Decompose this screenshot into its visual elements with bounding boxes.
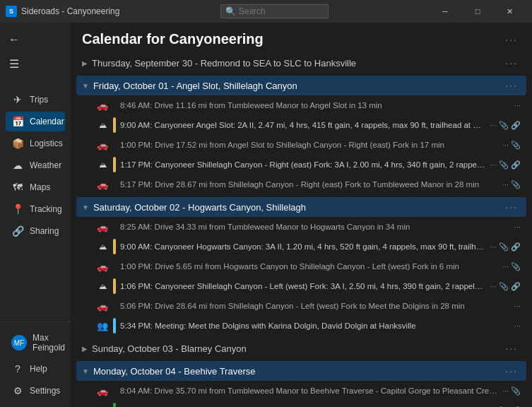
event-color-bar xyxy=(113,219,116,235)
event-actions[interactable]: ··· 📎 🔗 xyxy=(490,282,521,291)
event-actions[interactable]: ··· xyxy=(514,101,521,110)
event-text: 5:34 PM: Meeting: Meet the Dolgins with … xyxy=(120,322,510,330)
app-body: ← ☰ ✈ Trips 📅 Calendar 📦 Logistics ☁ Wea… xyxy=(0,23,532,407)
day-more-sat[interactable]: ··· xyxy=(502,201,521,213)
drive-icon: 🚗 xyxy=(96,260,109,273)
day-label-mon: Monday, October 04 - Beehive Traverse xyxy=(93,366,256,377)
event-actions[interactable]: ··· xyxy=(514,322,521,330)
event-text: 1:06 PM: Canyoneer Shillelagh Canyon - L… xyxy=(120,282,486,290)
sidebar-item-weather[interactable]: ☁ Weather xyxy=(6,155,65,175)
nav-back-button[interactable]: ← xyxy=(3,28,25,51)
event-color-bar xyxy=(113,98,116,113)
event-fri-5[interactable]: 🚗 5:17 PM: Drive 28.67 mi from Shillelag… xyxy=(76,175,526,194)
event-actions[interactable]: ··· 📎 🔗 xyxy=(490,242,521,252)
sidebar-nav: ✈ Trips 📅 Calendar 📦 Logistics ☁ Weather… xyxy=(0,78,71,322)
sidebar-item-sharing-label: Sharing xyxy=(30,226,59,236)
event-text: 8:46 AM: Drive 11.16 mi from Tumbleweed … xyxy=(120,101,510,110)
event-color-bar xyxy=(113,298,116,314)
chevron-down-icon-fri: ▼ xyxy=(82,82,89,90)
search-input[interactable] xyxy=(239,6,324,16)
day-header-sat[interactable]: ▼ Saturday, October 02 - Hogwarts Canyon… xyxy=(76,197,526,217)
help-icon: ? xyxy=(11,363,24,374)
search-box[interactable]: 🔍 xyxy=(220,4,329,18)
sidebar-item-tracking[interactable]: 📍 Tracking xyxy=(6,199,65,219)
drive-icon: 🚗 xyxy=(96,300,109,312)
chevron-down-icon-mon: ▼ xyxy=(82,367,89,375)
event-color-bar xyxy=(113,157,116,172)
day-label-fri: Friday, October 01 - Angel Slot, Shillel… xyxy=(93,81,297,91)
day-group-sun: ▶ Sunday, October 03 - Blarney Canyon ··… xyxy=(76,338,526,358)
day-group-fri: ▼ Friday, October 01 - Angel Slot, Shill… xyxy=(76,76,526,194)
day-group-thu: ▶ Thursday, September 30 - Redmond to SE… xyxy=(76,53,526,73)
day-more-sun[interactable]: ··· xyxy=(502,343,521,354)
sidebar-item-logistics[interactable]: 📦 Logistics xyxy=(6,134,65,153)
page-title: Calendar for Canyoneering xyxy=(82,31,264,47)
sidebar: ← ☰ ✈ Trips 📅 Calendar 📦 Logistics ☁ Wea… xyxy=(0,23,71,407)
event-actions[interactable]: ··· xyxy=(514,223,521,231)
event-sat-4[interactable]: ⛰ 1:06 PM: Canyoneer Shillelagh Canyon -… xyxy=(76,276,526,296)
event-text: 1:00 PM: Drive 5.65 mi from Hogwarts Can… xyxy=(120,262,498,271)
app-icon: S xyxy=(6,6,17,17)
sidebar-item-trips-label: Trips xyxy=(30,95,48,105)
day-header-mon[interactable]: ▼ Monday, October 04 - Beehive Traverse … xyxy=(76,361,526,381)
event-text: 1:17 PM: Canyoneer Shillelagh Canyon - R… xyxy=(120,160,486,169)
day-group-mon: ▼ Monday, October 04 - Beehive Traverse … xyxy=(76,361,526,407)
event-actions[interactable]: ··· 📎 xyxy=(502,141,521,150)
sidebar-item-sharing[interactable]: 🔗 Sharing xyxy=(6,221,65,241)
day-more-fri[interactable]: ··· xyxy=(502,80,521,91)
main-content: Calendar for Canyoneering ··· ▶ Thursday… xyxy=(71,23,532,407)
meeting-icon: 👥 xyxy=(96,319,109,332)
sidebar-item-settings-label: Settings xyxy=(30,386,60,396)
day-more-thu[interactable]: ··· xyxy=(502,57,521,69)
search-icon: 🔍 xyxy=(225,6,236,16)
day-label-thu: Thursday, September 30 - Redmond to SEA … xyxy=(92,58,356,69)
event-sat-1[interactable]: 🚗 8:25 AM: Drive 34.33 mi from Tumblewee… xyxy=(76,217,526,237)
event-text: 8:25 AM: Drive 34.33 mi from Tumbleweed … xyxy=(120,223,510,231)
day-header-sun[interactable]: ▶ Sunday, October 03 - Blarney Canyon ··… xyxy=(76,338,526,358)
sidebar-item-settings[interactable]: ⚙ Settings xyxy=(6,381,65,401)
sidebar-item-maps[interactable]: 🗺 Maps xyxy=(6,177,65,197)
event-text: 9:00 AM: Canyoneer Angel Slot: 2A II, 2.… xyxy=(120,121,486,129)
event-sat-6[interactable]: 👥 5:34 PM: Meeting: Meet the Dolgins wit… xyxy=(76,316,526,336)
sidebar-nav-top: ← ☰ xyxy=(0,23,71,78)
event-actions[interactable]: ··· xyxy=(514,302,521,310)
sidebar-item-calendar[interactable]: 📅 Calendar xyxy=(6,112,65,131)
event-fri-4[interactable]: ⛰ 1:17 PM: Canyoneer Shillelagh Canyon -… xyxy=(76,155,526,175)
window-controls: ─ □ ✕ xyxy=(429,0,526,23)
event-color-bar xyxy=(113,278,116,294)
event-color-bar xyxy=(113,318,116,334)
nav-menu-button[interactable]: ☰ xyxy=(3,52,25,75)
event-fri-3[interactable]: 🚗 1:00 PM: Drive 17.52 mi from Angel Slo… xyxy=(76,135,526,155)
event-actions[interactable]: ··· 📎 xyxy=(502,262,521,271)
event-fri-2[interactable]: ⛰ 9:00 AM: Canyoneer Angel Slot: 2A II, … xyxy=(76,115,526,135)
maximize-button[interactable]: □ xyxy=(461,0,494,23)
event-actions[interactable]: ··· 📎 xyxy=(502,387,521,396)
header-more-button[interactable]: ··· xyxy=(502,34,521,45)
event-mon-1[interactable]: 🚗 8:04 AM: Drive 35.70 mi from Tumblewee… xyxy=(76,381,526,401)
close-button[interactable]: ✕ xyxy=(494,0,526,23)
event-fri-1[interactable]: 🚗 8:46 AM: Drive 11.16 mi from Tumblewee… xyxy=(76,95,526,115)
sidebar-item-help[interactable]: ? Help xyxy=(6,359,65,379)
canyoneer-icon: ⛰ xyxy=(96,158,109,171)
event-actions[interactable]: ··· 📎 xyxy=(502,180,521,189)
minimize-button[interactable]: ─ xyxy=(429,0,461,23)
day-label-sat: Saturday, October 02 - Hogwarts Canyon, … xyxy=(93,202,306,213)
user-avatar: MF xyxy=(11,335,27,350)
sidebar-item-trips[interactable]: ✈ Trips xyxy=(6,90,65,110)
sidebar-item-weather-label: Weather xyxy=(30,160,61,170)
event-mon-2[interactable]: 🥾 9:00 AM: Hike Beehive Traverse - Capit… xyxy=(76,401,526,407)
sharing-icon: 🔗 xyxy=(11,225,24,237)
event-sat-5[interactable]: 🚗 5:06 PM: Drive 28.64 mi from Shillelag… xyxy=(76,296,526,316)
day-more-mon[interactable]: ··· xyxy=(502,365,521,377)
trips-icon: ✈ xyxy=(11,94,24,105)
day-header-thu[interactable]: ▶ Thursday, September 30 - Redmond to SE… xyxy=(76,53,526,73)
user-name: Max Feingold xyxy=(32,333,65,353)
event-sat-2[interactable]: ⛰ 9:00 AM: Canyoneer Hogwarts Canyon: 3A… xyxy=(76,237,526,256)
chevron-down-icon-sat: ▼ xyxy=(82,204,89,211)
event-actions[interactable]: ··· 📎 🔗 xyxy=(490,121,521,130)
event-sat-3[interactable]: 🚗 1:00 PM: Drive 5.65 mi from Hogwarts C… xyxy=(76,256,526,276)
sidebar-item-user[interactable]: MF Max Feingold xyxy=(6,329,65,357)
day-header-sat-left: ▼ Saturday, October 02 - Hogwarts Canyon… xyxy=(82,202,306,213)
day-header-fri[interactable]: ▼ Friday, October 01 - Angel Slot, Shill… xyxy=(76,76,526,95)
event-actions[interactable]: ··· 📎 🔗 xyxy=(490,160,521,170)
